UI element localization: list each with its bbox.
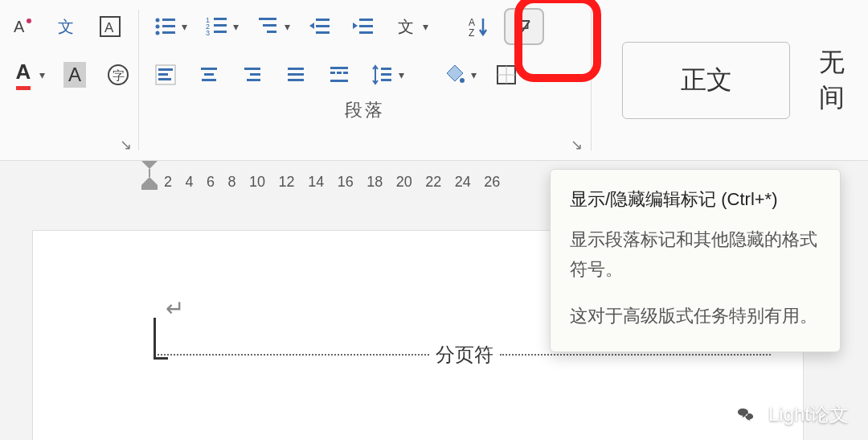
- svg-point-1: [27, 19, 31, 23]
- font-color-button[interactable]: A: [5, 56, 50, 93]
- svg-rect-37: [158, 78, 171, 80]
- numbering-button[interactable]: 1 2 3: [199, 8, 244, 45]
- char-box-button[interactable]: A: [92, 8, 129, 45]
- style-no-spacing-label: 无间: [819, 47, 845, 112]
- svg-rect-28: [359, 31, 373, 34]
- justify-button[interactable]: [277, 56, 314, 93]
- font-group-launcher[interactable]: ↘: [120, 136, 132, 154]
- svg-rect-52: [381, 68, 391, 70]
- sort-icon: A Z: [467, 14, 491, 39]
- svg-rect-40: [202, 79, 216, 81]
- char-box-icon: A: [98, 14, 122, 39]
- watermark: Light论文: [731, 400, 849, 429]
- highlight-button[interactable]: A: [56, 56, 93, 93]
- dec-indent-icon: [308, 14, 332, 39]
- line-spacing-icon: [371, 63, 395, 87]
- svg-rect-46: [288, 79, 304, 81]
- style-normal[interactable]: 正文: [622, 42, 790, 119]
- svg-rect-39: [204, 73, 214, 76]
- ruler-tick: 18: [366, 174, 383, 191]
- decrease-indent-button[interactable]: [301, 8, 338, 45]
- svg-rect-49: [330, 72, 335, 74]
- ruler-tick: 20: [396, 174, 412, 191]
- group-font: A 文 A A A: [0, 0, 135, 160]
- asian-layout-button[interactable]: 文: [388, 8, 433, 45]
- align-center-button[interactable]: [190, 56, 227, 93]
- svg-rect-21: [267, 31, 276, 33]
- svg-rect-22: [316, 19, 330, 21]
- svg-rect-51: [343, 72, 348, 74]
- svg-rect-36: [158, 73, 168, 76]
- font-color-icon: A: [16, 60, 31, 90]
- wechat-icon: [731, 400, 760, 429]
- char-border-button[interactable]: 文: [48, 8, 85, 45]
- ruler-tick: 24: [455, 174, 471, 191]
- enclosed-char-button[interactable]: 字: [100, 56, 137, 93]
- svg-rect-16: [214, 24, 227, 27]
- svg-text:A: A: [14, 18, 25, 35]
- align-left-icon: [154, 63, 178, 87]
- justify-icon: [284, 63, 308, 87]
- align-left-button[interactable]: [147, 56, 184, 93]
- style-normal-label: 正文: [681, 63, 732, 98]
- svg-rect-24: [316, 31, 330, 34]
- style-no-spacing[interactable]: 无间: [819, 45, 868, 116]
- ruler-tick: 22: [425, 174, 441, 191]
- ruler-tick: 6: [207, 174, 215, 191]
- svg-rect-26: [359, 19, 373, 21]
- group-paragraph: 1 2 3: [142, 0, 588, 160]
- svg-rect-18: [214, 31, 227, 33]
- shading-button[interactable]: [436, 56, 481, 93]
- ruler-ticks: 2468101214161820222426: [164, 174, 500, 191]
- page-break-label: 分页符: [429, 342, 500, 368]
- bullets-icon: [154, 14, 178, 39]
- line-spacing-button[interactable]: [364, 56, 409, 93]
- svg-rect-48: [330, 80, 348, 82]
- svg-point-11: [155, 31, 159, 35]
- phonetic-guide-button[interactable]: A: [5, 8, 42, 45]
- sort-button[interactable]: A Z: [461, 8, 497, 45]
- enclosed-icon: 字: [106, 63, 130, 87]
- svg-text:Z: Z: [469, 27, 474, 39]
- ruler-tick: 4: [186, 174, 194, 191]
- ruler-tick: 2: [164, 174, 172, 191]
- align-right-icon: [240, 63, 264, 87]
- multilevel-button[interactable]: [250, 8, 295, 45]
- tooltip-title: 显示/隐藏编辑标记 (Ctrl+*): [570, 187, 821, 212]
- borders-button[interactable]: [488, 56, 533, 93]
- indent-marker[interactable]: [140, 161, 159, 196]
- svg-rect-19: [259, 18, 276, 20]
- distribute-button[interactable]: [321, 56, 358, 93]
- svg-point-55: [460, 78, 465, 83]
- align-right-button[interactable]: [234, 56, 271, 93]
- svg-rect-54: [381, 79, 391, 81]
- svg-rect-47: [330, 67, 348, 69]
- svg-point-9: [155, 25, 159, 29]
- multilevel-icon: [256, 14, 280, 39]
- highlight-icon: A: [63, 62, 86, 88]
- bullets-button[interactable]: [147, 8, 192, 45]
- ruler-tick: 16: [338, 174, 354, 191]
- increase-indent-button[interactable]: [345, 8, 382, 45]
- svg-rect-41: [244, 68, 260, 70]
- svg-text:A: A: [469, 17, 475, 28]
- ribbon: A 文 A A A: [0, 0, 868, 161]
- distribute-icon: [327, 63, 351, 87]
- show-marks-button[interactable]: ↵: [504, 8, 544, 45]
- svg-text:A: A: [104, 20, 114, 35]
- svg-marker-29: [353, 23, 358, 29]
- svg-rect-35: [158, 68, 173, 71]
- svg-text:字: 字: [113, 68, 125, 82]
- paragraph-mark-icon: ↵: [166, 295, 184, 322]
- svg-rect-44: [288, 68, 304, 70]
- paragraph-group-launcher[interactable]: ↘: [571, 136, 583, 154]
- tooltip-body-2: 这对于高级版式任务特别有用。: [570, 301, 821, 331]
- tooltip-show-marks: 显示/隐藏编辑标记 (Ctrl+*) 显示段落标记和其他隐藏的格式符号。 这对于…: [550, 169, 841, 352]
- numbering-icon: 1 2 3: [205, 14, 229, 39]
- separator-2: [591, 10, 592, 150]
- watermark-text: Light论文: [768, 401, 849, 427]
- svg-point-7: [155, 19, 159, 23]
- svg-marker-25: [309, 23, 314, 29]
- text-cursor: [154, 318, 156, 360]
- ruler-tick: 26: [484, 174, 500, 191]
